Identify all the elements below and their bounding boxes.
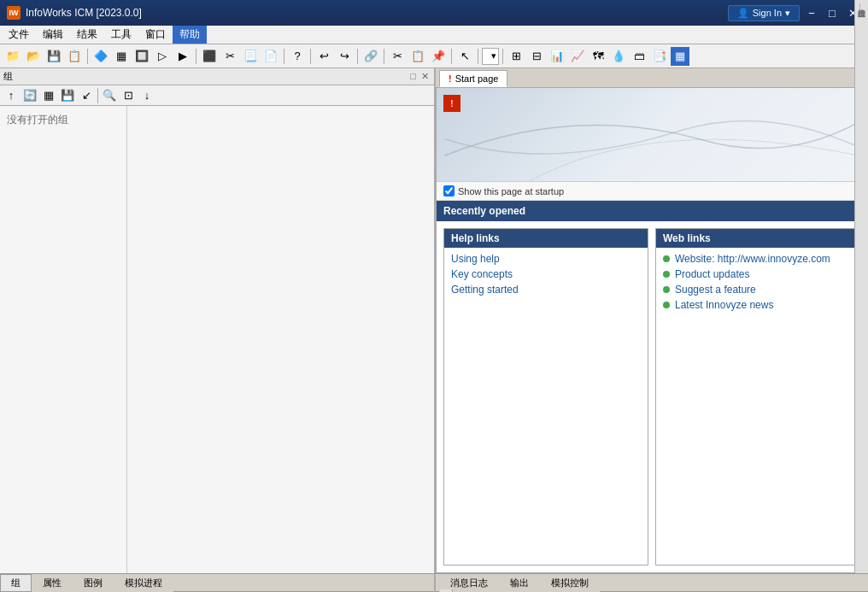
left-tb-sort[interactable]: ↓: [138, 86, 156, 105]
btab-simulation[interactable]: 模拟进程: [114, 574, 173, 592]
no-groups-text: 没有打开的组: [7, 114, 68, 126]
toolbar-sep4: [310, 49, 311, 64]
toolbar-sep6: [384, 49, 384, 64]
toolbar-sep2: [196, 49, 196, 64]
toolbar-undo[interactable]: ↩: [314, 47, 333, 66]
toolbar-cut[interactable]: ✂: [388, 47, 407, 66]
web-link-updates[interactable]: Product updates: [663, 267, 853, 282]
left-panel-title: 组: [3, 70, 13, 83]
toolbar-btn23[interactable]: ▦: [671, 47, 689, 66]
start-page-tab[interactable]: ! Start page: [439, 70, 507, 87]
left-panel: 组 □ ✕ ↑ 🔄 ▦ 💾 ↙ 🔍 ⊡ ↓ 没有打开的组: [0, 68, 436, 573]
dot-icon-1: [663, 255, 670, 262]
web-link-website[interactable]: Website: http://www.innovyze.com: [663, 251, 853, 267]
maximize-button[interactable]: □: [824, 5, 841, 21]
toolbar-btn8[interactable]: ▷: [153, 47, 172, 66]
help-link-concepts[interactable]: Key concepts: [451, 267, 641, 282]
toolbar-btn16[interactable]: ⊟: [527, 47, 546, 66]
menu-help[interactable]: 帮助: [173, 26, 207, 44]
toolbar-btn17[interactable]: 📊: [548, 47, 566, 66]
bottom-tab-bar: 组 属性 图例 模拟进程 消息日志 输出 模拟控制: [0, 573, 868, 592]
dot-icon-2: [663, 271, 670, 278]
bottom-tab-bar-right: 消息日志 输出 模拟控制: [436, 574, 868, 592]
recently-opened-bar: Recently opened: [437, 201, 867, 221]
toolbar-btn6[interactable]: ▦: [112, 47, 131, 66]
toolbar-btn12[interactable]: 📃: [241, 47, 260, 66]
left-tb-arrow[interactable]: ↙: [77, 86, 96, 105]
toolbar-btn20[interactable]: 💧: [609, 47, 628, 66]
btab-legend[interactable]: 图例: [73, 574, 114, 592]
toolbar-redo[interactable]: ↪: [335, 47, 354, 66]
web-link-suggest[interactable]: Suggest a feature: [663, 282, 853, 297]
toolbar-open[interactable]: 📂: [24, 47, 43, 66]
toolbar-save[interactable]: 💾: [44, 47, 63, 66]
help-link-getting-started[interactable]: Getting started: [451, 282, 641, 297]
toolbar-sep1: [87, 49, 88, 64]
toolbar-btn7[interactable]: 🔲: [132, 47, 151, 66]
toolbar-paste[interactable]: 📌: [429, 47, 448, 66]
left-panel-pin[interactable]: □: [408, 71, 418, 82]
menu-bar: 文件 编辑 结果 工具 窗口 帮助: [0, 26, 868, 44]
toolbar-btn4[interactable]: 📋: [65, 47, 84, 66]
show-startup-label[interactable]: Show this page at startup: [458, 186, 564, 196]
toolbar-btn5[interactable]: 🔷: [91, 47, 110, 66]
toolbar-select[interactable]: ↖: [455, 47, 474, 66]
left-tb-grid[interactable]: ▦: [39, 86, 58, 105]
start-page-header: !: [437, 88, 867, 182]
tab-bar: ! Start page: [436, 68, 868, 87]
btab-output[interactable]: 输出: [499, 574, 540, 592]
web-links-box: Web links Website: http://www.innovyze.c…: [655, 228, 860, 566]
toolbar-btn10[interactable]: ⬛: [200, 47, 219, 66]
menu-edit[interactable]: 编辑: [36, 26, 70, 44]
dot-icon-3: [663, 286, 670, 293]
show-startup-checkbox[interactable]: [443, 185, 455, 196]
left-tb-refresh[interactable]: 🔄: [21, 86, 39, 105]
right-panel: ! Start page ! Show this page at startup: [436, 68, 868, 573]
toolbar-btn21[interactable]: 🗃: [630, 47, 648, 66]
toolbar-btn18[interactable]: 📈: [568, 47, 587, 66]
left-sep1: [97, 88, 98, 103]
title-right: 👤 Sign In ▾ − □ ✕: [728, 5, 861, 21]
btab-sim-control[interactable]: 模拟控制: [540, 574, 600, 592]
btab-properties[interactable]: 属性: [32, 574, 73, 592]
menu-window[interactable]: 窗口: [138, 26, 173, 44]
toolbar-btn19[interactable]: 🗺: [589, 47, 607, 66]
toolbar-btn14[interactable]: 🔗: [361, 47, 380, 66]
left-tb-save[interactable]: 💾: [58, 86, 77, 105]
user-icon: 👤: [737, 8, 749, 19]
left-toolbar: ↑ 🔄 ▦ 💾 ↙ 🔍 ⊡ ↓: [0, 85, 434, 106]
vertical-strip: ✕ □: [439, 589, 453, 593]
main-area: 组 □ ✕ ↑ 🔄 ▦ 💾 ↙ 🔍 ⊡ ↓ 没有打开的组 ! St: [0, 68, 868, 573]
toolbar-btn15[interactable]: ⊞: [507, 47, 525, 66]
toolbar: 📁 📂 💾 📋 🔷 ▦ 🔲 ▷ ▶ ⬛ ✂ 📃 📄 ? ↩ ↪ 🔗 ✂ 📋 📌 …: [0, 44, 868, 68]
left-tb-search[interactable]: 🔍: [100, 86, 119, 105]
toolbar-btn13[interactable]: 📄: [261, 47, 280, 66]
help-links-content: Using help Key concepts Getting started: [444, 248, 648, 301]
toolbar-btn22[interactable]: 📑: [650, 47, 669, 66]
toolbar-new[interactable]: 📁: [3, 47, 22, 66]
help-links-box: Help links Using help Key concepts Getti…: [443, 228, 648, 566]
left-tb-up[interactable]: ↑: [2, 86, 21, 105]
toolbar-btn11[interactable]: ✂: [220, 47, 239, 66]
help-links-header: Help links: [444, 229, 648, 248]
toolbar-btn9[interactable]: ▶: [173, 47, 192, 66]
toolbar-help[interactable]: ?: [288, 47, 307, 66]
toolbar-sep3: [284, 49, 284, 64]
sign-in-button[interactable]: 👤 Sign In ▾: [728, 5, 800, 21]
menu-file[interactable]: 文件: [2, 26, 36, 44]
help-link-using[interactable]: Using help: [451, 251, 641, 267]
left-tb-filter[interactable]: ⊡: [119, 86, 138, 105]
toolbar-dropdown[interactable]: ▾: [482, 48, 499, 65]
toolbar-sep9: [502, 49, 503, 64]
minimize-button[interactable]: −: [803, 5, 820, 21]
menu-results[interactable]: 结果: [70, 26, 104, 44]
toolbar-copy[interactable]: 📋: [408, 47, 427, 66]
title-bar: IW InfoWorks ICM [2023.0.0] 👤 Sign In ▾ …: [0, 0, 868, 26]
left-content: 没有打开的组: [0, 106, 434, 573]
web-link-news[interactable]: Latest Innovyze news: [663, 297, 853, 313]
left-panel-close[interactable]: ✕: [419, 71, 431, 82]
menu-tools[interactable]: 工具: [104, 26, 138, 44]
btab-groups[interactable]: 组: [0, 574, 32, 592]
toolbar-sep8: [478, 49, 478, 64]
start-page-content: ! Show this page at startup Recently ope…: [436, 87, 868, 573]
